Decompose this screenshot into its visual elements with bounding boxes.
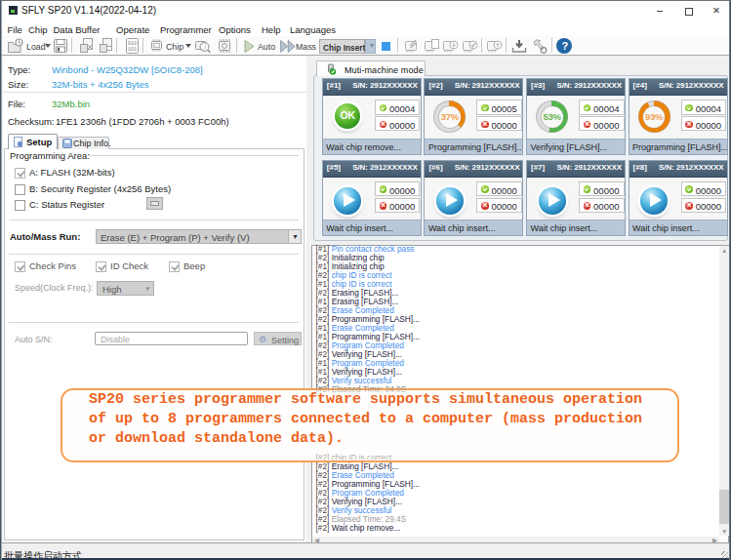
svg-text:101: 101 — [128, 47, 137, 53]
